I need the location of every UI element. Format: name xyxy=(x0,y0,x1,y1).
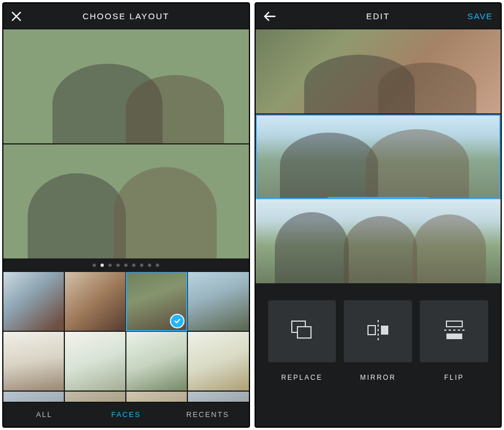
thumbnail[interactable] xyxy=(188,392,248,402)
flip-button[interactable] xyxy=(420,300,488,362)
edit-cell[interactable] xyxy=(256,29,501,115)
topbar: EDIT SAVE xyxy=(256,3,501,29)
back-icon[interactable] xyxy=(264,11,276,21)
photo-picker[interactable] xyxy=(3,272,249,402)
svg-rect-1 xyxy=(297,327,311,338)
save-button[interactable]: SAVE xyxy=(467,11,493,21)
thumbnail[interactable] xyxy=(126,332,187,390)
svg-rect-4 xyxy=(381,326,388,335)
mirror-button[interactable] xyxy=(344,300,412,362)
layout-chooser-screen: CHOOSE LAYOUT xyxy=(2,2,250,428)
replace-button[interactable] xyxy=(268,300,336,362)
thumbnail[interactable] xyxy=(188,272,248,331)
page-title: EDIT xyxy=(256,11,501,21)
pagination-dots[interactable] xyxy=(3,258,249,272)
edit-screen: EDIT SAVE xyxy=(255,2,502,428)
layout-cell[interactable] xyxy=(3,29,249,144)
svg-rect-6 xyxy=(446,321,462,327)
page-dot[interactable] xyxy=(132,264,135,267)
thumbnail[interactable] xyxy=(65,392,125,402)
topbar: CHOOSE LAYOUT xyxy=(3,3,249,29)
thumbnail[interactable] xyxy=(126,272,187,331)
page-dot[interactable] xyxy=(108,264,112,267)
tool-label: MIRROR xyxy=(344,374,412,381)
layout-preview[interactable] xyxy=(3,29,249,272)
filter-tabs: ALL FACES RECENTS xyxy=(3,402,249,427)
page-dot[interactable] xyxy=(148,264,151,267)
tab-faces[interactable]: FACES xyxy=(85,402,167,427)
mirror-icon xyxy=(365,319,392,344)
thumbnail[interactable] xyxy=(3,272,64,331)
thumbnail[interactable] xyxy=(3,392,64,402)
flip-icon xyxy=(442,318,467,345)
svg-rect-7 xyxy=(446,334,462,339)
tool-label: REPLACE xyxy=(268,374,336,381)
tab-all[interactable]: ALL xyxy=(3,402,85,427)
layout-template-two-rows xyxy=(3,29,249,258)
selected-check-icon xyxy=(171,315,183,327)
page-dot[interactable] xyxy=(100,264,104,267)
tool-label: FLIP xyxy=(420,374,488,381)
edit-canvas[interactable] xyxy=(256,29,501,283)
thumbnail[interactable] xyxy=(126,392,187,402)
edit-tools: REPLACE MIRROR FLIP xyxy=(256,283,501,427)
page-dot[interactable] xyxy=(93,264,96,267)
tab-recents[interactable]: RECENTS xyxy=(167,402,249,427)
edit-cell[interactable] xyxy=(256,199,501,283)
page-dot[interactable] xyxy=(140,264,143,267)
page-title: CHOOSE LAYOUT xyxy=(3,11,249,21)
close-icon[interactable] xyxy=(11,11,21,21)
thumbnail[interactable] xyxy=(188,332,248,390)
layout-cell[interactable] xyxy=(3,144,249,258)
page-dot[interactable] xyxy=(116,264,120,267)
replace-icon xyxy=(290,319,314,344)
thumbnail[interactable] xyxy=(65,272,125,331)
edit-cell[interactable] xyxy=(256,115,501,200)
svg-rect-3 xyxy=(368,326,375,335)
page-dot[interactable] xyxy=(156,264,159,267)
thumbnail[interactable] xyxy=(65,332,125,390)
page-dot[interactable] xyxy=(124,264,128,267)
resize-handle-icon[interactable] xyxy=(327,115,429,116)
thumbnail[interactable] xyxy=(3,332,64,390)
